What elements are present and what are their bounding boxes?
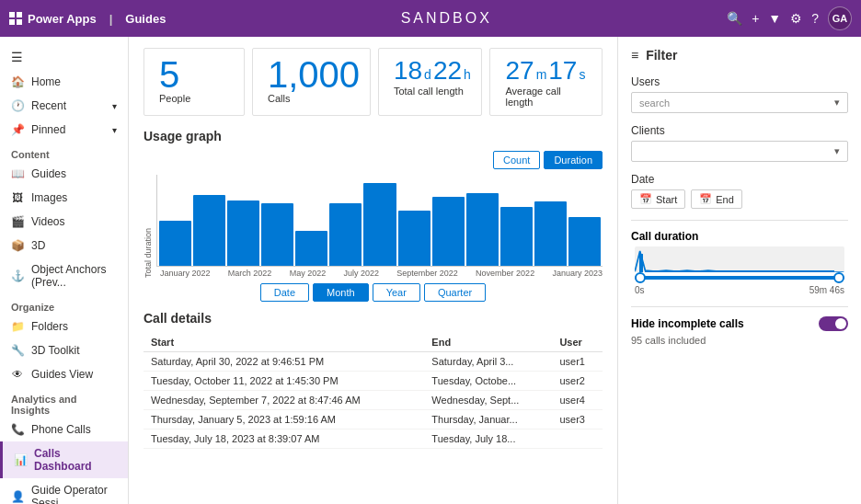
chart-y-label: Total duration [144,175,153,278]
bar-8 [432,197,465,266]
total-hours: 22 [433,56,462,86]
avg-minutes: 27 [505,56,534,86]
guides-nav-icon: 📖 [11,167,24,180]
chart-area: Total duration January 2022March 2022May… [144,175,603,278]
count-toggle[interactable]: Count [493,151,540,169]
stat-calls: 1,000 Calls [252,48,371,116]
call-details-title: Call details [144,311,603,326]
operator-icon: 👤 [11,490,24,503]
sidebar-item-object-anchors[interactable]: ⚓ Object Anchors (Prev... [0,258,128,294]
row-start-2: Wednesday, September 7, 2022 at 8:47:46 … [144,391,424,410]
sidebar-label-guides: Guides [31,167,66,180]
stat-avg-call: 27 m 17 s Average call length [489,48,603,116]
bar-12 [568,217,601,266]
help-icon[interactable]: ? [811,11,819,26]
sidebar-item-images[interactable]: 🖼 Images [0,186,128,210]
topbar-separator: | [109,12,113,26]
bar-1 [193,195,225,266]
row-end-4: Tuesday, July 18... [424,430,552,449]
row-end-2: Wednesday, Sept... [424,391,552,410]
avatar[interactable]: GA [828,6,852,30]
x-label-1: March 2022 [228,269,272,278]
bar-4 [295,231,327,266]
x-label-4: September 2022 [396,269,458,278]
chart-bar-mini [639,254,644,272]
sidebar-item-phone-calls[interactable]: 📞 Phone Calls [0,418,128,441]
expand-icon-pinned: ▾ [112,125,117,135]
bar-5 [329,203,362,266]
avg-seconds-unit: s [579,67,585,82]
table-row: Tuesday, July 18, 2023 at 8:39:07 AM Tue… [144,430,603,449]
sidebar-item-guides-view[interactable]: 👁 Guides View [0,362,128,386]
stats-row: 5 People 1,000 Calls 18 d 22 h Total cal… [144,48,603,116]
sidebar-item-videos[interactable]: 🎬 Videos [0,210,128,234]
date-btn-quarter[interactable]: Quarter [424,283,486,302]
chevron-down-icon-clients: ▾ [834,145,840,157]
search-icon[interactable]: 🔍 [727,11,742,26]
table-row: Wednesday, September 7, 2022 at 8:47:46 … [144,391,603,410]
x-label-6: January 2023 [552,269,603,278]
add-icon[interactable]: + [752,11,759,26]
settings-icon[interactable]: ⚙ [790,11,802,26]
date-btn-year[interactable]: Year [373,283,420,302]
sidebar-item-folders[interactable]: 📁 Folders [0,315,128,338]
slider-thumb-right[interactable] [833,272,844,283]
date-end-btn[interactable]: 📅 End [691,189,742,209]
filter-header: ≡ Filter [631,48,848,63]
filter-users-select[interactable]: search ▾ [631,92,848,113]
chart-inner: January 2022March 2022May 2022July 2022S… [156,175,603,278]
sidebar-label-guides-view: Guides View [31,368,93,381]
sidebar-label-calls-dashboard: Calls Dashboard [34,447,117,473]
bar-11 [534,201,567,266]
x-label-5: November 2022 [476,269,534,278]
date-start-btn[interactable]: 📅 Start [631,189,685,209]
hamburger-icon[interactable]: ☰ [0,44,128,70]
calls-number: 1,000 [268,56,360,93]
sidebar-item-recent[interactable]: 🕐 Recent ▾ [0,94,128,118]
sidebar-item-3d[interactable]: 📦 3D [0,234,128,258]
date-btn-month[interactable]: Month [313,283,369,302]
sidebar-item-home[interactable]: 🏠 Home [0,70,128,94]
slider-left-label: 0s [635,285,645,295]
content-section: Content [0,142,128,162]
sidebar-label-3d-toolkit: 3D Toolkit [31,344,79,357]
filter-icon[interactable]: ▼ [768,11,781,26]
hide-calls-toggle[interactable] [819,316,848,331]
slider-fill [635,276,844,280]
sidebar-item-3d-toolkit[interactable]: 🔧 3D Toolkit [0,338,128,362]
topbar-apps[interactable]: Power Apps | Guides [9,12,166,26]
filter-date-label: Date [631,173,848,186]
pin-icon: 📌 [11,123,24,136]
col-user: User [552,333,603,352]
row-user-1: user2 [552,372,603,391]
sidebar-label-guide-operator: Guide Operator Sessi... [31,484,117,504]
chart-x-labels: January 2022March 2022May 2022July 2022S… [156,269,603,278]
filter-clients-label: Clients [631,124,848,137]
row-user-4 [552,430,603,449]
calendar-icon-end: 📅 [699,193,712,205]
col-end: End [424,333,552,352]
date-end-label: End [716,194,734,205]
slider-bar [635,276,844,280]
filter-divider-2 [631,306,848,307]
duration-toggle[interactable]: Duration [544,151,603,169]
stat-people: 5 People [144,48,245,116]
sidebar-item-guides[interactable]: 📖 Guides [0,162,128,186]
main-content: 5 People 1,000 Calls 18 d 22 h Total cal… [129,37,617,504]
row-start-0: Saturday, April 30, 2022 at 9:46:51 PM [144,352,424,372]
sidebar-item-pinned[interactable]: 📌 Pinned ▾ [0,118,128,142]
bar-3 [261,203,293,266]
sidebar-item-guide-operator[interactable]: 👤 Guide Operator Sessi... [0,478,128,504]
filter-clients-select[interactable]: ▾ [631,141,848,162]
slider-thumb-left[interactable] [635,272,646,283]
grid-icon [9,12,22,25]
row-end-3: Thursday, Januar... [424,410,552,430]
sidebar-item-calls-dashboard[interactable]: 📊 Calls Dashboard [0,441,128,478]
avg-label: Average call length [505,86,587,108]
hide-calls-row: Hide incomplete calls [631,316,848,331]
analytics-section: Analytics and Insights [0,386,128,418]
x-label-2: May 2022 [290,269,327,278]
calls-included: 95 calls included [631,335,848,346]
sidebar-label-pinned: Pinned [31,123,65,136]
date-btn-date[interactable]: Date [260,283,309,302]
